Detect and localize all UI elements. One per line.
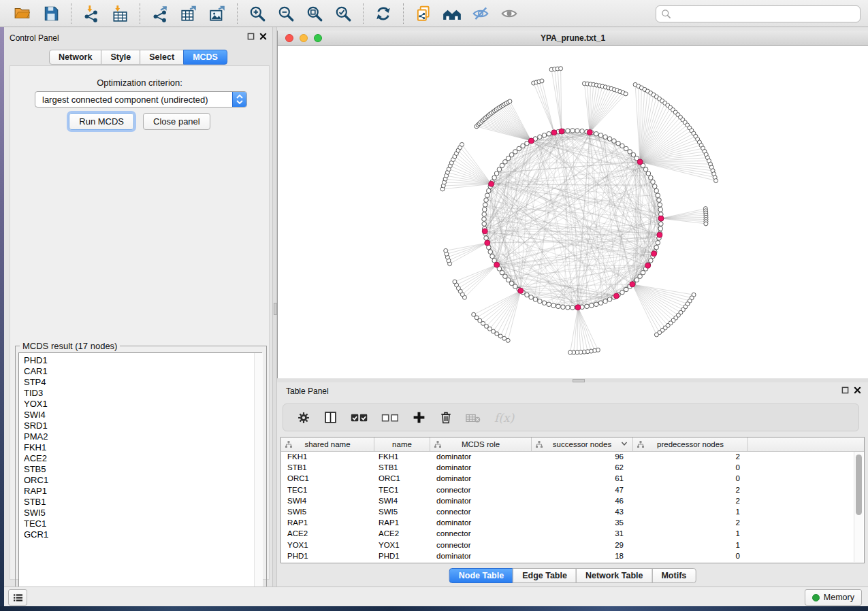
zoom-selected-icon[interactable] — [333, 3, 353, 24]
column-header-name[interactable]: name — [374, 437, 430, 451]
table-cell: 2 — [633, 518, 748, 527]
table-cell: dominator — [430, 552, 532, 560]
table-cell: 61 — [532, 474, 633, 482]
table-row[interactable]: TEC1TEC1connector472 — [281, 484, 854, 495]
tab-network-table[interactable]: Network Table — [576, 568, 653, 583]
task-history-button[interactable] — [8, 589, 27, 606]
mcds-result-item[interactable]: PMA2 — [24, 431, 261, 442]
save-icon[interactable] — [41, 3, 61, 24]
plus-icon[interactable] — [412, 410, 426, 425]
mcds-list-scrollbar[interactable] — [254, 353, 263, 592]
tab-select[interactable]: Select — [140, 50, 184, 65]
mcds-result-item[interactable]: SWI4 — [24, 410, 261, 420]
criterion-dropdown[interactable]: largest connected component (undirected) — [35, 91, 247, 108]
table-cell: 0 — [633, 474, 748, 482]
table-row[interactable]: SWI5SWI5connector431 — [281, 506, 854, 517]
mcds-result-item[interactable]: GCR1 — [24, 529, 261, 540]
mcds-result-item[interactable]: RAP1 — [24, 486, 261, 497]
table-cell: RAP1 — [281, 518, 374, 527]
search-input[interactable] — [675, 9, 860, 20]
import-table-icon[interactable] — [110, 3, 130, 24]
refresh-icon[interactable] — [373, 3, 393, 24]
export-network-icon[interactable] — [150, 3, 170, 24]
unchecked-boxes-icon[interactable] — [381, 412, 399, 424]
float-window-icon[interactable] — [247, 33, 255, 40]
trash-icon[interactable] — [439, 410, 453, 425]
zoom-out-icon[interactable] — [276, 3, 296, 24]
table-cell: connector — [430, 541, 532, 549]
table-cell: 62 — [532, 463, 633, 472]
application-window: Control Panel Network Style Select MCDS … — [0, 0, 868, 611]
close-panel-button[interactable]: Close panel — [143, 113, 210, 130]
mcds-result-item[interactable]: ORC1 — [24, 475, 261, 486]
table-cell: YOX1 — [281, 541, 374, 549]
criterion-value: largest connected component (undirected) — [35, 95, 232, 105]
table-cell: TEC1 — [374, 486, 430, 494]
copy-documents-icon[interactable] — [413, 3, 434, 24]
table-row[interactable]: RAP1RAP1dominator352 — [281, 517, 854, 528]
tab-network[interactable]: Network — [49, 50, 101, 65]
table-row[interactable]: SWI4SWI4dominator462 — [281, 495, 854, 506]
table-scrollbar[interactable] — [854, 452, 863, 562]
table-cell: 1 — [633, 529, 748, 538]
zoom-fit-icon[interactable] — [304, 3, 325, 24]
mcds-result-item[interactable]: ACE2 — [24, 453, 261, 464]
tab-style[interactable]: Style — [101, 50, 140, 65]
houses-icon[interactable] — [442, 3, 462, 24]
mcds-result-list[interactable]: PHD1CAR1STP4TID3YOX1SWI4SRD1PMA2FKH1ACE2… — [18, 352, 262, 593]
eye-slash-icon[interactable] — [470, 3, 491, 24]
mcds-result-item[interactable]: SRD1 — [24, 420, 261, 431]
tab-node-table[interactable]: Node Table — [449, 568, 513, 583]
mcds-result-item[interactable]: TID3 — [24, 388, 261, 399]
mcds-result-item[interactable]: STP4 — [24, 377, 261, 388]
network-window-titlebar[interactable]: YPA_prune.txt_1 — [278, 31, 868, 46]
table-row[interactable]: STB1STB1dominator620 — [281, 462, 854, 473]
table-row[interactable]: YOX1YOX1connector291 — [281, 540, 854, 550]
search-box[interactable] — [656, 5, 861, 22]
close-icon[interactable] — [854, 386, 861, 394]
table-row[interactable]: PHD1PHD1dominator180 — [281, 550, 854, 561]
tab-edge-table[interactable]: Edge Table — [513, 568, 577, 583]
float-window-icon[interactable] — [841, 386, 849, 394]
columns-icon[interactable] — [323, 410, 338, 425]
export-image-icon[interactable] — [207, 3, 227, 24]
table-row[interactable]: ACE2ACE2connector311 — [281, 528, 854, 539]
table-row[interactable]: ORC1ORC1dominator610 — [281, 473, 854, 484]
mcds-result-item[interactable]: YOX1 — [24, 399, 261, 410]
close-icon[interactable] — [259, 33, 267, 40]
mcds-result-item[interactable]: STB1 — [24, 497, 261, 508]
column-header-successor-nodes[interactable]: successor nodes — [532, 437, 633, 451]
network-canvas[interactable] — [278, 46, 868, 378]
table-column-icon — [535, 440, 543, 448]
import-network-icon[interactable] — [81, 3, 101, 24]
control-panel-tabs: Network Style Select MCDS — [49, 50, 227, 65]
tab-motifs[interactable]: Motifs — [652, 568, 696, 583]
mcds-result-item[interactable]: FKH1 — [24, 442, 261, 453]
table-toolbar: f(x) — [283, 403, 859, 431]
toolbar-separator — [403, 3, 404, 24]
eye-icon[interactable] — [499, 3, 519, 24]
table-cell: ORC1 — [281, 474, 374, 482]
mcds-result-item[interactable]: SWI5 — [24, 508, 261, 518]
column-header-mcds-role[interactable]: MCDS role — [430, 437, 532, 451]
mcds-result-item[interactable]: PHD1 — [24, 355, 261, 366]
mcds-result-item[interactable]: CAR1 — [24, 366, 261, 377]
memory-button[interactable]: Memory — [805, 589, 862, 606]
column-header-shared-name[interactable]: shared name — [281, 437, 374, 451]
checked-boxes-icon[interactable] — [351, 412, 368, 424]
table-cell: connector — [430, 486, 532, 494]
mcds-result-item[interactable]: STB5 — [24, 464, 261, 475]
export-table-icon[interactable] — [178, 3, 199, 24]
zoom-in-icon[interactable] — [247, 3, 268, 24]
tab-mcds[interactable]: MCDS — [183, 50, 227, 65]
table-cell: SWI5 — [281, 508, 374, 516]
run-mcds-button[interactable]: Run MCDS — [69, 113, 134, 130]
scrollbar-thumb[interactable] — [856, 455, 862, 515]
gear-icon[interactable] — [297, 411, 310, 425]
table-cell: ACE2 — [374, 529, 430, 538]
table-row[interactable]: FKH1FKH1dominator962 — [281, 451, 854, 462]
mcds-result-item[interactable]: TEC1 — [24, 518, 261, 529]
vertical-splitter[interactable] — [272, 27, 277, 587]
folder-open-icon[interactable] — [12, 3, 33, 24]
column-header-predecessor-nodes[interactable]: predecessor nodes — [633, 437, 748, 451]
